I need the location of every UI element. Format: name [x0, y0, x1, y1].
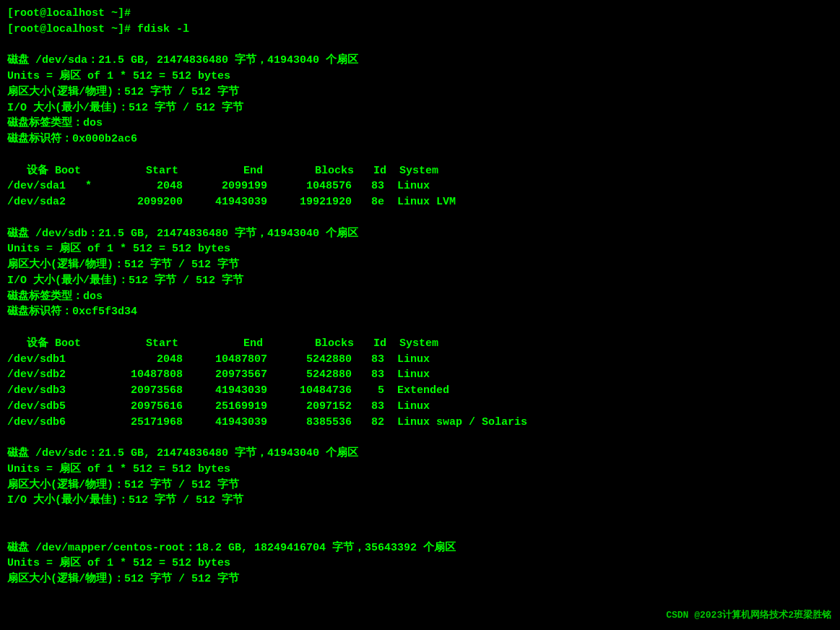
- terminal-line: [root@localhost ~]#: [7, 6, 833, 22]
- terminal-line: /dev/sdb1 2048 10487807 5242880 83 Linux: [7, 352, 833, 368]
- terminal-line: I/O 大小(最小/最佳)：512 字节 / 512 字节: [7, 273, 833, 289]
- terminal-line: Units = 扇区 of 1 * 512 = 512 bytes: [7, 241, 833, 257]
- terminal-line: 扇区大小(逻辑/物理)：512 字节 / 512 字节: [7, 571, 833, 587]
- terminal-line: [7, 525, 833, 540]
- terminal-line: [root@localhost ~]# fdisk -l: [7, 22, 833, 38]
- terminal-line: [7, 509, 833, 525]
- terminal-line: Units = 扇区 of 1 * 512 = 512 bytes: [7, 69, 833, 85]
- terminal-line: 设备 Boot Start End Blocks Id System: [7, 163, 833, 179]
- terminal-line: 磁盘 /dev/sda：21.5 GB, 21474836480 字节，4194…: [7, 53, 833, 69]
- terminal-line: 设备 Boot Start End Blocks Id System: [7, 336, 833, 352]
- terminal-line: /dev/sdb2 10487808 20973567 5242880 83 L…: [7, 367, 833, 383]
- terminal-line: /dev/sda2 2099200 41943039 19921920 8e L…: [7, 194, 833, 210]
- terminal-line: 磁盘标识符：0x000b2ac6: [7, 131, 833, 147]
- terminal-line: [7, 430, 833, 446]
- terminal-line: I/O 大小(最小/最佳)：512 字节 / 512 字节: [7, 100, 833, 116]
- terminal-line: 磁盘标签类型：dos: [7, 289, 833, 305]
- terminal-line: Units = 扇区 of 1 * 512 = 512 bytes: [7, 462, 833, 478]
- terminal-line: /dev/sdb5 20975616 25169919 2097152 83 L…: [7, 399, 833, 415]
- terminal-line: [7, 320, 833, 336]
- terminal-line: 磁盘标识符：0xcf5f3d34: [7, 304, 833, 320]
- terminal-line: [7, 147, 833, 163]
- terminal-line: /dev/sda1 * 2048 2099199 1048576 83 Linu…: [7, 178, 833, 194]
- terminal-line: 磁盘 /dev/sdc：21.5 GB, 21474836480 字节，4194…: [7, 446, 833, 462]
- watermark: CSDN @2023计算机网络技术2班梁胜铭: [666, 609, 831, 623]
- terminal-line: 磁盘标签类型：dos: [7, 116, 833, 131]
- terminal-line: 磁盘 /dev/mapper/centos-root：18.2 GB, 1824…: [7, 540, 833, 556]
- terminal-line: /dev/sdb3 20973568 41943039 10484736 5 E…: [7, 383, 833, 399]
- terminal-line: 扇区大小(逻辑/物理)：512 字节 / 512 字节: [7, 257, 833, 273]
- terminal-window: [root@localhost ~]#[root@localhost ~]# f…: [7, 6, 833, 624]
- terminal-output: [root@localhost ~]#[root@localhost ~]# f…: [7, 6, 833, 587]
- terminal-line: Units = 扇区 of 1 * 512 = 512 bytes: [7, 556, 833, 571]
- terminal-line: 扇区大小(逻辑/物理)：512 字节 / 512 字节: [7, 85, 833, 100]
- terminal-line: 扇区大小(逻辑/物理)：512 字节 / 512 字节: [7, 478, 833, 493]
- terminal-line: [7, 210, 833, 226]
- terminal-line: /dev/sdb6 25171968 41943039 8385536 82 L…: [7, 415, 833, 431]
- terminal-line: I/O 大小(最小/最佳)：512 字节 / 512 字节: [7, 493, 833, 509]
- terminal-line: [7, 38, 833, 53]
- terminal-line: 磁盘 /dev/sdb：21.5 GB, 21474836480 字节，4194…: [7, 226, 833, 242]
